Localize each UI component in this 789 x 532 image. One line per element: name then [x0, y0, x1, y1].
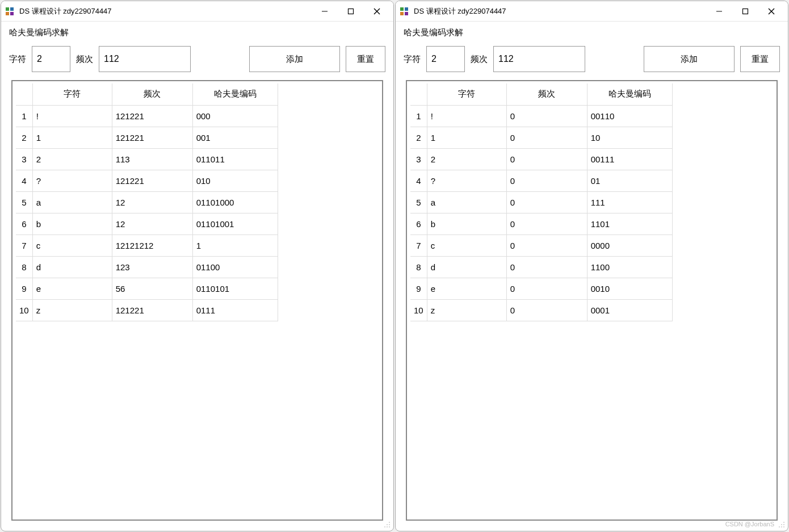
- row-index[interactable]: 6: [410, 213, 427, 234]
- cell-freq[interactable]: 0: [506, 256, 587, 278]
- table-row[interactable]: 5a1201101000: [16, 191, 278, 213]
- cell-char[interactable]: ?: [427, 170, 506, 191]
- cell-char[interactable]: a: [427, 191, 506, 213]
- cell-code[interactable]: 1: [192, 234, 278, 256]
- cell-char[interactable]: c: [427, 234, 506, 256]
- table-row[interactable]: 8d12301100: [16, 256, 278, 278]
- cell-code[interactable]: 01100: [192, 256, 278, 278]
- add-button[interactable]: 添加: [249, 46, 340, 72]
- row-index[interactable]: 1: [16, 105, 32, 127]
- cell-freq[interactable]: 12: [112, 213, 192, 234]
- row-index[interactable]: 2: [16, 127, 32, 148]
- row-index[interactable]: 10: [410, 299, 427, 321]
- char-input[interactable]: [32, 46, 70, 72]
- cell-code[interactable]: 10: [587, 127, 672, 148]
- cell-freq[interactable]: 0: [506, 278, 587, 299]
- cell-code[interactable]: 00110: [587, 105, 672, 127]
- cell-freq[interactable]: 121221: [112, 105, 192, 127]
- cell-code[interactable]: 010: [192, 170, 278, 191]
- cell-freq[interactable]: 0: [506, 105, 587, 127]
- cell-freq[interactable]: 123: [112, 256, 192, 278]
- table-row[interactable]: 5a0111: [410, 191, 672, 213]
- cell-freq[interactable]: 121221: [112, 299, 192, 321]
- cell-char[interactable]: c: [32, 234, 112, 256]
- cell-char[interactable]: 2: [32, 148, 112, 170]
- cell-char[interactable]: e: [427, 278, 506, 299]
- cell-freq[interactable]: 121221: [112, 127, 192, 148]
- table-row[interactable]: 1!121221000: [16, 105, 278, 127]
- cell-freq[interactable]: 0: [506, 299, 587, 321]
- row-index[interactable]: 3: [410, 148, 427, 170]
- cell-freq[interactable]: 0: [506, 191, 587, 213]
- table-row[interactable]: 10z00001: [410, 299, 672, 321]
- cell-code[interactable]: 0010: [587, 278, 672, 299]
- cell-char[interactable]: 1: [32, 127, 112, 148]
- cell-freq[interactable]: 0: [506, 213, 587, 234]
- add-button[interactable]: 添加: [644, 46, 735, 72]
- table-scroll[interactable]: 字符 频次 哈夫曼编码 1!12122100021121221001321130…: [11, 80, 383, 521]
- table-row[interactable]: 4?121221010: [16, 170, 278, 191]
- cell-freq[interactable]: 0: [506, 127, 587, 148]
- cell-char[interactable]: z: [32, 299, 112, 321]
- close-button[interactable]: [758, 2, 784, 20]
- cell-freq[interactable]: 0: [506, 234, 587, 256]
- cell-char[interactable]: 2: [427, 148, 506, 170]
- maximize-button[interactable]: [338, 2, 364, 20]
- row-index[interactable]: 2: [410, 127, 427, 148]
- table-row[interactable]: 7c00000: [410, 234, 672, 256]
- table-row[interactable]: 10z1212210111: [16, 299, 278, 321]
- header-char[interactable]: 字符: [32, 83, 112, 105]
- header-code[interactable]: 哈夫曼编码: [587, 83, 672, 105]
- row-index[interactable]: 5: [410, 191, 427, 213]
- row-index[interactable]: 7: [16, 234, 32, 256]
- row-index[interactable]: 5: [16, 191, 32, 213]
- row-index[interactable]: 8: [16, 256, 32, 278]
- cell-freq[interactable]: 121221: [112, 170, 192, 191]
- table-row[interactable]: 6b01101: [410, 213, 672, 234]
- cell-freq[interactable]: 113: [112, 148, 192, 170]
- resize-grip-icon[interactable]: [382, 520, 391, 529]
- row-index[interactable]: 3: [16, 148, 32, 170]
- cell-char[interactable]: d: [427, 256, 506, 278]
- row-index[interactable]: 1: [410, 105, 427, 127]
- row-index[interactable]: 6: [16, 213, 32, 234]
- cell-code[interactable]: 01101001: [192, 213, 278, 234]
- table-scroll[interactable]: 字符 频次 哈夫曼编码 1!00011021010320001114?0015a…: [406, 80, 778, 521]
- table-row[interactable]: 21121221001: [16, 127, 278, 148]
- cell-char[interactable]: e: [32, 278, 112, 299]
- cell-freq[interactable]: 0: [506, 148, 587, 170]
- cell-code[interactable]: 01: [587, 170, 672, 191]
- cell-code[interactable]: 001: [192, 127, 278, 148]
- cell-char[interactable]: ?: [32, 170, 112, 191]
- table-row[interactable]: 9e560110101: [16, 278, 278, 299]
- header-char[interactable]: 字符: [427, 83, 506, 105]
- reset-button[interactable]: 重置: [346, 46, 385, 72]
- row-index[interactable]: 9: [410, 278, 427, 299]
- row-index[interactable]: 4: [410, 170, 427, 191]
- cell-code[interactable]: 01101000: [192, 191, 278, 213]
- cell-char[interactable]: !: [32, 105, 112, 127]
- table-row[interactable]: 32000111: [410, 148, 672, 170]
- cell-freq[interactable]: 56: [112, 278, 192, 299]
- cell-code[interactable]: 000: [192, 105, 278, 127]
- cell-code[interactable]: 011011: [192, 148, 278, 170]
- freq-input[interactable]: [493, 46, 585, 72]
- cell-freq[interactable]: 12121212: [112, 234, 192, 256]
- close-button[interactable]: [364, 2, 390, 20]
- cell-char[interactable]: b: [427, 213, 506, 234]
- table-row[interactable]: 4?001: [410, 170, 672, 191]
- cell-code[interactable]: 00111: [587, 148, 672, 170]
- cell-code[interactable]: 1100: [587, 256, 672, 278]
- row-index[interactable]: 7: [410, 234, 427, 256]
- table-row[interactable]: 9e00010: [410, 278, 672, 299]
- cell-char[interactable]: a: [32, 191, 112, 213]
- table-row[interactable]: 32113011011: [16, 148, 278, 170]
- resize-grip-icon[interactable]: [777, 520, 786, 529]
- cell-char[interactable]: z: [427, 299, 506, 321]
- cell-code[interactable]: 1101: [587, 213, 672, 234]
- cell-code[interactable]: 0001: [587, 299, 672, 321]
- row-index[interactable]: 10: [16, 299, 32, 321]
- header-freq[interactable]: 频次: [506, 83, 587, 105]
- cell-freq[interactable]: 0: [506, 170, 587, 191]
- minimize-button[interactable]: [706, 2, 732, 20]
